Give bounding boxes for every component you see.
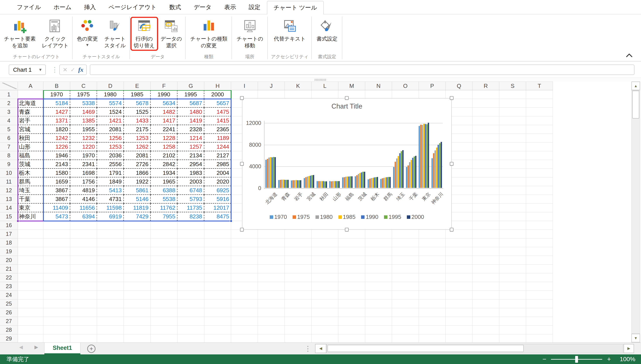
cell-S9[interactable] [499, 160, 526, 169]
bar-1990-北海道[interactable] [272, 157, 273, 188]
cell-B17[interactable] [44, 230, 70, 238]
cell-P20[interactable] [419, 256, 446, 264]
cell-C17[interactable] [70, 230, 97, 238]
bar-1970-埼玉[interactable] [393, 167, 394, 188]
bar-1985-群馬[interactable] [385, 178, 386, 188]
cell-N25[interactable] [365, 300, 392, 308]
bar-1975-青森[interactable] [280, 180, 281, 188]
cell-Q18[interactable] [446, 238, 472, 247]
cell-T5[interactable] [526, 125, 553, 134]
cell-D15[interactable]: 6919 [97, 212, 124, 221]
cell-R23[interactable] [472, 282, 499, 291]
cell-T20[interactable] [526, 256, 553, 264]
cell-O18[interactable] [392, 238, 419, 247]
select-data-button[interactable]: データの選択 [158, 18, 184, 50]
menu-tab-ページレイアウト[interactable]: ページレイアウト [102, 1, 163, 14]
cell-G6[interactable]: 1214 [178, 134, 204, 142]
cell-B21[interactable] [44, 264, 70, 273]
column-header-F[interactable]: F [151, 82, 178, 90]
cell-L27[interactable] [312, 317, 338, 326]
cell-C5[interactable]: 1955 [70, 125, 97, 134]
bar-1990-群馬[interactable] [386, 177, 388, 188]
cell-P17[interactable] [419, 230, 446, 238]
cell-B9[interactable]: 2143 [44, 160, 70, 169]
cell-C29[interactable] [70, 334, 97, 342]
cell-R17[interactable] [472, 230, 499, 238]
bar-1985-北海道[interactable] [270, 157, 271, 188]
cell-H21[interactable] [204, 264, 231, 273]
row-header-3[interactable]: 3 [0, 108, 18, 116]
cell-D29[interactable] [97, 334, 124, 342]
cell-D1[interactable]: 1980 [97, 90, 124, 99]
bar-1975-東京[interactable] [420, 125, 422, 188]
cell-C23[interactable] [70, 282, 97, 291]
column-header-N[interactable]: N [365, 82, 392, 90]
cell-E1[interactable]: 1985 [124, 90, 151, 99]
cell-D13[interactable]: 4731 [97, 195, 124, 204]
menu-tab-ホーム[interactable]: ホーム [47, 1, 78, 14]
cell-I17[interactable] [231, 230, 258, 238]
cell-E25[interactable] [124, 300, 151, 308]
cell-A15[interactable]: 神奈川 [18, 212, 44, 221]
bar-1975-神奈川[interactable] [433, 153, 434, 188]
cell-E5[interactable]: 2175 [124, 125, 151, 134]
column-header-O[interactable]: O [392, 82, 419, 90]
cell-S18[interactable] [499, 238, 526, 247]
bar-1975-宮城[interactable] [305, 177, 306, 188]
cell-K27[interactable] [285, 317, 312, 326]
row-header-8[interactable]: 8 [0, 151, 18, 160]
cell-L24[interactable] [312, 291, 338, 300]
scroll-right-button[interactable]: ▶ [624, 344, 634, 353]
bar-2000-群馬[interactable] [390, 177, 391, 188]
cell-H3[interactable]: 1475 [204, 108, 231, 116]
cell-E11[interactable]: 1922 [124, 178, 151, 186]
cell-H19[interactable] [204, 247, 231, 256]
cell-B8[interactable]: 1946 [44, 151, 70, 160]
cell-S14[interactable] [499, 204, 526, 212]
cell-C14[interactable]: 11656 [70, 204, 97, 212]
cell-B5[interactable]: 1820 [44, 125, 70, 134]
bar-1970-北海道[interactable] [265, 160, 267, 188]
cell-E18[interactable] [124, 238, 151, 247]
cell-A12[interactable]: 埼玉 [18, 186, 44, 195]
cell-E13[interactable]: 5146 [124, 195, 151, 204]
bar-1975-茨城[interactable] [356, 175, 358, 188]
cell-O25[interactable] [392, 300, 419, 308]
cell-O27[interactable] [392, 317, 419, 326]
cell-O26[interactable] [392, 308, 419, 317]
cell-N28[interactable] [365, 326, 392, 334]
cell-S24[interactable] [499, 291, 526, 300]
cell-C2[interactable]: 5338 [70, 99, 97, 108]
bar-1980-宮城[interactable] [307, 176, 308, 188]
cell-G12[interactable]: 6748 [178, 186, 204, 195]
cell-E24[interactable] [124, 291, 151, 300]
column-header-L[interactable]: L [312, 82, 338, 90]
cell-R28[interactable] [472, 326, 499, 334]
cell-H9[interactable]: 2985 [204, 160, 231, 169]
chart-selection-handle[interactable] [450, 162, 454, 166]
cell-H24[interactable] [204, 291, 231, 300]
cell-S3[interactable] [499, 108, 526, 116]
row-header-25[interactable]: 25 [0, 300, 18, 308]
bar-1980-千葉[interactable] [409, 162, 410, 188]
cell-H22[interactable] [204, 273, 231, 282]
cell-L26[interactable] [312, 308, 338, 317]
cell-C1[interactable]: 1975 [70, 90, 97, 99]
bar-1995-北海道[interactable] [273, 157, 274, 188]
cell-O1[interactable] [392, 90, 419, 99]
cell-D6[interactable]: 1256 [97, 134, 124, 142]
bar-1970-東京[interactable] [418, 126, 420, 188]
cell-D18[interactable] [97, 238, 124, 247]
formula-bar-grip-icon[interactable]: ⋮ [52, 68, 54, 71]
cell-Q27[interactable] [446, 317, 472, 326]
column-header-G[interactable]: G [178, 82, 204, 90]
cell-T19[interactable] [526, 247, 553, 256]
cell-S19[interactable] [499, 247, 526, 256]
bar-1985-東京[interactable] [423, 124, 424, 188]
zoom-out-button[interactable]: − [542, 356, 546, 363]
cell-D12[interactable]: 5413 [97, 186, 124, 195]
cell-G21[interactable] [178, 264, 204, 273]
bar-1990-茨城[interactable] [361, 172, 362, 188]
column-header-C[interactable]: C [70, 82, 97, 90]
cell-B19[interactable] [44, 247, 70, 256]
